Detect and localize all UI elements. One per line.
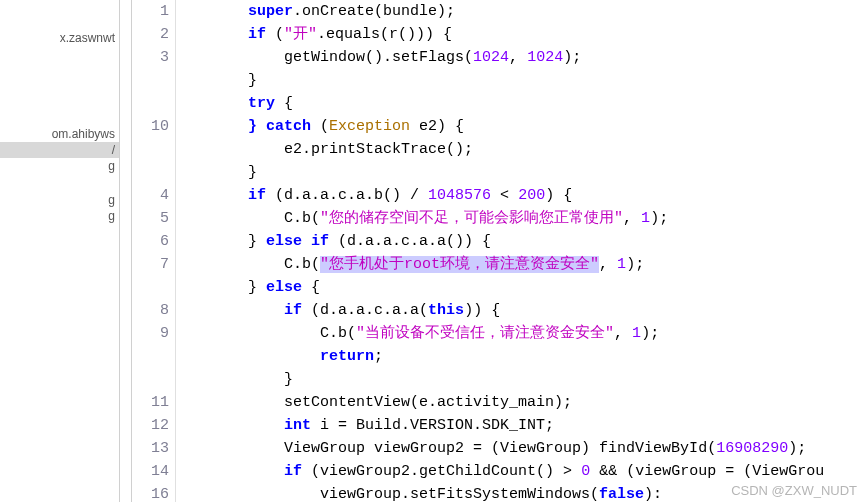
code-line[interactable]: viewGroup.setFitsSystemWindows(false): xyxy=(176,483,865,502)
code-line[interactable]: if (d.a.a.c.a.b() / 1048576 < 200) { xyxy=(176,184,865,207)
code-line[interactable]: } else if (d.a.a.c.a.a()) { xyxy=(176,230,865,253)
editor-ruler xyxy=(120,0,132,502)
line-number: 16 xyxy=(132,483,169,502)
code-line[interactable]: if (viewGroup2.getChildCount() > 0 && (v… xyxy=(176,460,865,483)
line-number: 10 xyxy=(132,115,169,138)
code-line[interactable]: } else { xyxy=(176,276,865,299)
line-number-gutter: 1 2 3 10 4 5 6 7 8 9 11 12 13 14 16 xyxy=(132,0,176,502)
code-line[interactable]: C.b("您的储存空间不足，可能会影响您正常使用", 1); xyxy=(176,207,865,230)
sidebar-item[interactable]: om.ahibyws xyxy=(0,126,119,142)
line-number xyxy=(132,92,169,115)
line-number xyxy=(132,69,169,92)
line-number: 6 xyxy=(132,230,169,253)
sidebar-item[interactable]: g xyxy=(0,158,119,174)
line-number: 9 xyxy=(132,322,169,345)
code-line[interactable]: C.b("当前设备不受信任，请注意资金安全", 1); xyxy=(176,322,865,345)
sidebar-item[interactable]: / xyxy=(0,142,119,158)
code-line[interactable]: C.b("您手机处于root环境，请注意资金安全", 1); xyxy=(176,253,865,276)
code-line[interactable]: if ("开".equals(r())) { xyxy=(176,23,865,46)
line-number: 13 xyxy=(132,437,169,460)
code-line[interactable]: e2.printStackTrace(); xyxy=(176,138,865,161)
code-line[interactable]: if (d.a.a.c.a.a(this)) { xyxy=(176,299,865,322)
code-line[interactable]: } xyxy=(176,368,865,391)
line-number xyxy=(132,161,169,184)
line-number: 8 xyxy=(132,299,169,322)
code-editor[interactable]: super.onCreate(bundle); if ("开".equals(r… xyxy=(176,0,865,502)
line-number: 2 xyxy=(132,23,169,46)
code-line[interactable]: } catch (Exception e2) { xyxy=(176,115,865,138)
line-number xyxy=(132,368,169,391)
line-number: 14 xyxy=(132,460,169,483)
code-line[interactable]: int i = Build.VERSION.SDK_INT; xyxy=(176,414,865,437)
selected-text: "您手机处于root环境，请注意资金安全" xyxy=(320,256,599,273)
sidebar-item[interactable]: g xyxy=(0,192,119,208)
code-line[interactable]: ViewGroup viewGroup2 = (ViewGroup) findV… xyxy=(176,437,865,460)
code-line[interactable]: getWindow().setFlags(1024, 1024); xyxy=(176,46,865,69)
code-line[interactable]: try { xyxy=(176,92,865,115)
line-number: 3 xyxy=(132,46,169,69)
line-number xyxy=(132,345,169,368)
line-number: 12 xyxy=(132,414,169,437)
sidebar-item[interactable]: x.zaswnwt xyxy=(0,30,119,46)
code-line[interactable]: } xyxy=(176,69,865,92)
line-number: 5 xyxy=(132,207,169,230)
code-line[interactable]: setContentView(e.activity_main); xyxy=(176,391,865,414)
sidebar-item[interactable]: g xyxy=(0,208,119,224)
line-number: 1 xyxy=(132,0,169,23)
line-number xyxy=(132,276,169,299)
line-number: 11 xyxy=(132,391,169,414)
line-number: 4 xyxy=(132,184,169,207)
code-line[interactable]: super.onCreate(bundle); xyxy=(176,0,865,23)
line-number xyxy=(132,138,169,161)
code-line[interactable]: return; xyxy=(176,345,865,368)
line-number: 7 xyxy=(132,253,169,276)
code-line[interactable]: } xyxy=(176,161,865,184)
file-tree-sidebar: x.zaswnwt om.ahibyws / g g g xyxy=(0,0,120,502)
